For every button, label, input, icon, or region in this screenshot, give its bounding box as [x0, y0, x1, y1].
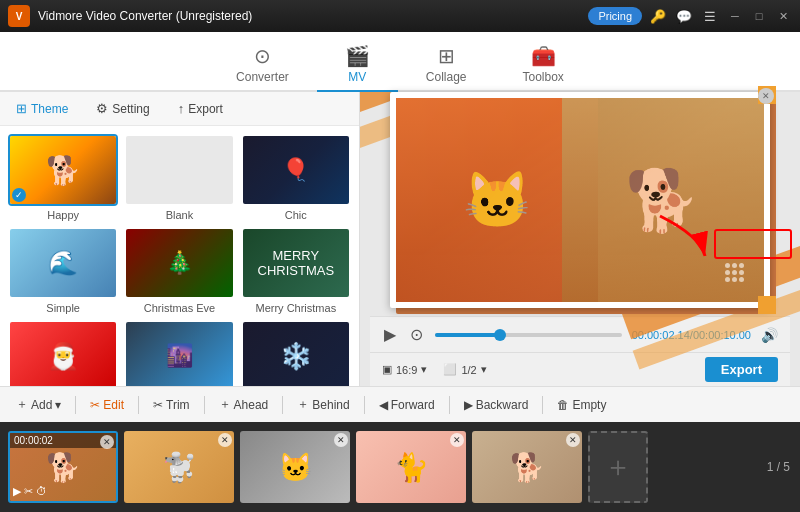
- volume-icon[interactable]: 🔊: [761, 327, 778, 343]
- converter-icon: ⊙: [254, 44, 271, 68]
- player-controls: ▶ ⊙ 00:00:02.14/00:00:10.00 🔊: [370, 316, 790, 352]
- theme-happy[interactable]: 🐕 ✓ Happy: [8, 134, 118, 221]
- theme-christmas-eve-thumb: 🎄: [124, 227, 234, 299]
- add-button[interactable]: ＋ Add ▾: [8, 392, 69, 417]
- timeline-play-1[interactable]: ▶: [13, 485, 21, 498]
- aspect-ratio-label: 16:9: [396, 364, 417, 376]
- collage-icon: ⊞: [438, 44, 455, 68]
- timeline-item-4[interactable]: 🐈 ✕: [356, 431, 466, 503]
- theme-merry-christmas-label: Merry Christmas: [255, 302, 336, 314]
- app-logo: V: [8, 5, 30, 27]
- behind-icon: ＋: [297, 396, 309, 413]
- theme-modern-life-thumb: 🌆: [124, 320, 234, 386]
- theme-snowy-night[interactable]: ❄️ Snowy Night: [241, 320, 351, 386]
- timeline-item-5[interactable]: 🐕 ✕: [472, 431, 582, 503]
- backward-button[interactable]: ▶ Backward: [456, 394, 537, 416]
- tab-converter[interactable]: ⊙ Converter: [208, 36, 317, 92]
- theme-modern-life[interactable]: 🌆 Modern Life: [124, 320, 234, 386]
- app-title: Vidmore Video Converter (Unregistered): [38, 9, 588, 23]
- trim-button[interactable]: ✂ Trim: [145, 394, 198, 416]
- timeline-cut-1[interactable]: ✂: [24, 485, 33, 498]
- tab-mv[interactable]: 🎬 MV: [317, 36, 398, 92]
- theme-tab-label: Theme: [31, 102, 68, 116]
- titlebar: V Vidmore Video Converter (Unregistered)…: [0, 0, 800, 32]
- add-icon: ＋: [16, 396, 28, 413]
- theme-happy-thumb: 🐕 ✓: [8, 134, 118, 206]
- ahead-label: Ahead: [234, 398, 269, 412]
- theme-simple-thumb: 🌊: [8, 227, 118, 299]
- panel-tabs: ⊞ Theme ⚙ Setting ↑ Export: [0, 92, 359, 126]
- edit-label: Edit: [103, 398, 124, 412]
- arrow-annotation: [650, 206, 720, 276]
- empty-label: Empty: [572, 398, 606, 412]
- empty-button[interactable]: 🗑 Empty: [549, 394, 614, 416]
- progress-track[interactable]: [435, 333, 622, 337]
- panel-tab-theme[interactable]: ⊞ Theme: [10, 98, 74, 119]
- nav-tabs: ⊙ Converter 🎬 MV ⊞ Collage 🧰 Toolbox: [0, 32, 800, 92]
- theme-tab-icon: ⊞: [16, 101, 27, 116]
- timeline-close-5[interactable]: ✕: [566, 433, 580, 447]
- toolbar-sep-3: [204, 396, 205, 414]
- page-counter: 1 / 5: [767, 460, 790, 474]
- preview-close-button[interactable]: ✕: [758, 88, 774, 104]
- theme-blank-label: Blank: [166, 209, 194, 221]
- close-button[interactable]: ✕: [774, 7, 792, 25]
- theme-blank[interactable]: Blank: [124, 134, 234, 221]
- ahead-button[interactable]: ＋ Ahead: [211, 392, 277, 417]
- chat-icon[interactable]: 💬: [674, 6, 694, 26]
- theme-chic-thumb: 🎈: [241, 134, 351, 206]
- theme-simple[interactable]: 🌊 Simple: [8, 227, 118, 314]
- theme-merry-christmas[interactable]: MERRY CHRISTMAS Merry Christmas: [241, 227, 351, 314]
- maximize-button[interactable]: □: [750, 7, 768, 25]
- add-chevron: ▾: [55, 398, 61, 412]
- panel-tab-setting[interactable]: ⚙ Setting: [90, 98, 155, 119]
- timeline-add-button[interactable]: ＋: [588, 431, 648, 503]
- minimize-button[interactable]: ─: [726, 7, 744, 25]
- timeline-controls-1: ▶ ✂ ⏱: [10, 482, 116, 501]
- aspect-ratio-selector[interactable]: ▣ 16:9 ▾: [382, 363, 427, 376]
- main-area: ⊞ Theme ⚙ Setting ↑ Export 🐕 ✓ Happy: [0, 92, 800, 386]
- time-display: 00:00:02.14/00:00:10.00: [632, 329, 751, 341]
- add-label: Add: [31, 398, 52, 412]
- timeline-item-2[interactable]: 🐩 ✕: [124, 431, 234, 503]
- timeline-close-3[interactable]: ✕: [334, 433, 348, 447]
- menu-icon[interactable]: ☰: [700, 6, 720, 26]
- stop-button[interactable]: ⊙: [408, 323, 425, 346]
- page-selector[interactable]: ⬜ 1/2 ▾: [443, 363, 486, 376]
- trim-icon: ✂: [153, 398, 163, 412]
- theme-chic[interactable]: 🎈 Chic: [241, 134, 351, 221]
- page-chevron: ▾: [481, 363, 487, 376]
- setting-tab-label: Setting: [112, 102, 149, 116]
- timeline-close-1[interactable]: ✕: [100, 435, 114, 449]
- page-label: 1/2: [461, 364, 476, 376]
- timeline-clock-1[interactable]: ⏱: [36, 485, 47, 498]
- bottom-toolbar: ＋ Add ▾ ✂ Edit ✂ Trim ＋ Ahead ＋ Behind ◀…: [0, 386, 800, 422]
- corner-decoration-br: [758, 296, 776, 314]
- theme-santa-claus-thumb: 🎅: [8, 320, 118, 386]
- tab-toolbox[interactable]: 🧰 Toolbox: [495, 36, 592, 92]
- timeline-close-4[interactable]: ✕: [450, 433, 464, 447]
- timeline-item-3[interactable]: 🐱 ✕: [240, 431, 350, 503]
- panel-tab-export[interactable]: ↑ Export: [172, 98, 229, 119]
- progress-thumb[interactable]: [494, 329, 506, 341]
- timeline-close-2[interactable]: ✕: [218, 433, 232, 447]
- forward-label: Forward: [391, 398, 435, 412]
- toolbar-sep-7: [542, 396, 543, 414]
- timeline-item-1[interactable]: 🐕 00:00:02 ▶ ✂ ⏱ ✕: [8, 431, 118, 503]
- behind-button[interactable]: ＋ Behind: [289, 392, 357, 417]
- tab-collage[interactable]: ⊞ Collage: [398, 36, 495, 92]
- toolbar-sep-1: [75, 396, 76, 414]
- theme-santa-claus[interactable]: 🎅 Santa Claus: [8, 320, 118, 386]
- toolbox-icon: 🧰: [531, 44, 556, 68]
- theme-blank-thumb: [124, 134, 234, 206]
- play-button[interactable]: ▶: [382, 323, 398, 346]
- key-icon[interactable]: 🔑: [648, 6, 668, 26]
- tab-toolbox-label: Toolbox: [523, 70, 564, 84]
- export-button[interactable]: Export: [705, 357, 778, 382]
- pricing-button[interactable]: Pricing: [588, 7, 642, 25]
- right-panel: 🐱 🐕 ✕ ▶ ⊙: [360, 92, 800, 386]
- edit-button[interactable]: ✂ Edit: [82, 394, 132, 416]
- export-tab-icon: ↑: [178, 101, 185, 116]
- forward-button[interactable]: ◀ Forward: [371, 394, 443, 416]
- theme-christmas-eve[interactable]: 🎄 Christmas Eve: [124, 227, 234, 314]
